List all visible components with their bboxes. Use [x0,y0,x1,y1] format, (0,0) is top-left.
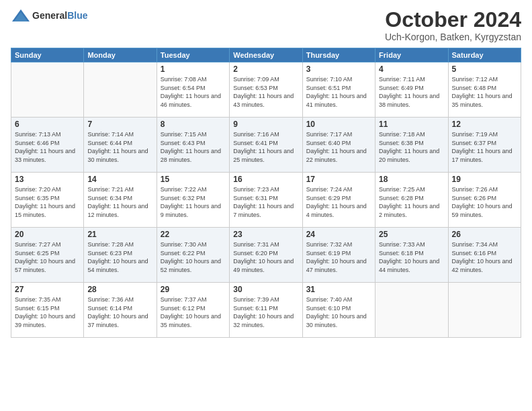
calendar-week-row: 13Sunrise: 7:20 AMSunset: 6:35 PMDayligh… [11,173,521,228]
table-row: 16Sunrise: 7:23 AMSunset: 6:31 PMDayligh… [230,173,302,228]
calendar: Sunday Monday Tuesday Wednesday Thursday… [11,48,521,338]
header-tuesday: Tuesday [157,48,229,62]
table-row: 11Sunrise: 7:18 AMSunset: 6:38 PMDayligh… [375,118,448,173]
day-info: Sunrise: 7:36 AMSunset: 6:14 PMDaylight:… [87,295,152,329]
day-number: 6 [15,120,80,129]
table-row [375,283,448,338]
table-row: 10Sunrise: 7:17 AMSunset: 6:40 PMDayligh… [302,118,375,173]
table-row [11,62,84,118]
table-row: 30Sunrise: 7:39 AMSunset: 6:11 PMDayligh… [230,283,302,338]
table-row [84,62,157,118]
day-number: 22 [161,230,226,239]
day-number: 16 [233,175,298,184]
day-info: Sunrise: 7:40 AMSunset: 6:10 PMDaylight:… [306,295,371,329]
header-saturday: Saturday [448,48,521,62]
table-row: 23Sunrise: 7:31 AMSunset: 6:20 PMDayligh… [230,228,302,283]
calendar-week-row: 1Sunrise: 7:08 AMSunset: 6:54 PMDaylight… [11,62,521,118]
day-info: Sunrise: 7:24 AMSunset: 6:29 PMDaylight:… [306,185,371,219]
day-info: Sunrise: 7:28 AMSunset: 6:23 PMDaylight:… [87,240,152,274]
table-row: 25Sunrise: 7:33 AMSunset: 6:18 PMDayligh… [375,228,448,283]
day-info: Sunrise: 7:39 AMSunset: 6:11 PMDaylight:… [233,295,298,329]
title-section: October 2024 Uch-Korgon, Batken, Kyrgyzs… [385,8,521,42]
day-info: Sunrise: 7:20 AMSunset: 6:35 PMDaylight:… [15,185,80,219]
day-info: Sunrise: 7:21 AMSunset: 6:34 PMDaylight:… [87,185,152,219]
calendar-week-row: 27Sunrise: 7:35 AMSunset: 6:15 PMDayligh… [11,283,521,338]
table-row: 17Sunrise: 7:24 AMSunset: 6:29 PMDayligh… [302,173,375,228]
day-number: 7 [87,120,152,129]
day-number: 2 [233,64,298,74]
day-info: Sunrise: 7:15 AMSunset: 6:43 PMDaylight:… [161,130,226,164]
day-number: 31 [306,285,371,294]
day-info: Sunrise: 7:30 AMSunset: 6:22 PMDaylight:… [161,240,226,274]
day-number: 10 [306,120,371,129]
table-row: 8Sunrise: 7:15 AMSunset: 6:43 PMDaylight… [157,118,229,173]
page: GeneralBlue October 2024 Uch-Korgon, Bat… [0,0,532,411]
day-number: 28 [87,285,152,294]
day-info: Sunrise: 7:16 AMSunset: 6:41 PMDaylight:… [233,130,298,164]
table-row: 6Sunrise: 7:13 AMSunset: 6:46 PMDaylight… [11,118,84,173]
table-row: 19Sunrise: 7:26 AMSunset: 6:26 PMDayligh… [448,173,521,228]
logo-general: General [32,10,67,21]
day-number: 5 [452,64,517,74]
day-info: Sunrise: 7:26 AMSunset: 6:26 PMDaylight:… [452,185,517,219]
table-row: 31Sunrise: 7:40 AMSunset: 6:10 PMDayligh… [302,283,375,338]
day-number: 3 [306,64,371,74]
table-row: 13Sunrise: 7:20 AMSunset: 6:35 PMDayligh… [11,173,84,228]
day-number: 19 [452,175,517,184]
day-number: 24 [306,230,371,239]
header-monday: Monday [84,48,157,62]
day-number: 29 [161,285,226,294]
table-row: 9Sunrise: 7:16 AMSunset: 6:41 PMDaylight… [230,118,302,173]
logo-blue: Blue [67,10,87,21]
day-number: 17 [306,175,371,184]
table-row: 14Sunrise: 7:21 AMSunset: 6:34 PMDayligh… [84,173,157,228]
day-info: Sunrise: 7:23 AMSunset: 6:31 PMDaylight:… [233,185,298,219]
day-number: 25 [379,230,444,239]
header-wednesday: Wednesday [230,48,302,62]
day-number: 21 [87,230,152,239]
day-number: 12 [452,120,517,129]
table-row: 28Sunrise: 7:36 AMSunset: 6:14 PMDayligh… [84,283,157,338]
day-info: Sunrise: 7:22 AMSunset: 6:32 PMDaylight:… [161,185,226,219]
table-row: 2Sunrise: 7:09 AMSunset: 6:53 PMDaylight… [230,62,302,118]
day-number: 1 [161,64,226,74]
day-info: Sunrise: 7:17 AMSunset: 6:40 PMDaylight:… [306,130,371,164]
table-row: 20Sunrise: 7:27 AMSunset: 6:25 PMDayligh… [11,228,84,283]
day-info: Sunrise: 7:37 AMSunset: 6:12 PMDaylight:… [161,295,226,329]
day-number: 18 [379,175,444,184]
day-number: 30 [233,285,298,294]
day-info: Sunrise: 7:25 AMSunset: 6:28 PMDaylight:… [379,185,444,219]
day-number: 23 [233,230,298,239]
table-row: 29Sunrise: 7:37 AMSunset: 6:12 PMDayligh… [157,283,229,338]
table-row: 1Sunrise: 7:08 AMSunset: 6:54 PMDaylight… [157,62,229,118]
day-number: 14 [87,175,152,184]
day-info: Sunrise: 7:27 AMSunset: 6:25 PMDaylight:… [15,240,80,274]
table-row: 15Sunrise: 7:22 AMSunset: 6:32 PMDayligh… [157,173,229,228]
calendar-week-row: 20Sunrise: 7:27 AMSunset: 6:25 PMDayligh… [11,228,521,283]
day-info: Sunrise: 7:34 AMSunset: 6:16 PMDaylight:… [452,240,517,274]
table-row: 12Sunrise: 7:19 AMSunset: 6:37 PMDayligh… [448,118,521,173]
month-title: October 2024 [385,8,521,32]
table-row: 22Sunrise: 7:30 AMSunset: 6:22 PMDayligh… [157,228,229,283]
table-row [448,283,521,338]
calendar-week-row: 6Sunrise: 7:13 AMSunset: 6:46 PMDaylight… [11,118,521,173]
table-row: 26Sunrise: 7:34 AMSunset: 6:16 PMDayligh… [448,228,521,283]
day-info: Sunrise: 7:31 AMSunset: 6:20 PMDaylight:… [233,240,298,274]
day-info: Sunrise: 7:33 AMSunset: 6:18 PMDaylight:… [379,240,444,274]
logo-icon [11,8,31,24]
table-row: 21Sunrise: 7:28 AMSunset: 6:23 PMDayligh… [84,228,157,283]
header-friday: Friday [375,48,448,62]
day-info: Sunrise: 7:19 AMSunset: 6:37 PMDaylight:… [452,130,517,164]
day-info: Sunrise: 7:13 AMSunset: 6:46 PMDaylight:… [15,130,80,164]
day-info: Sunrise: 7:35 AMSunset: 6:15 PMDaylight:… [15,295,80,329]
day-number: 11 [379,120,444,129]
table-row: 5Sunrise: 7:12 AMSunset: 6:48 PMDaylight… [448,62,521,118]
table-row: 4Sunrise: 7:11 AMSunset: 6:49 PMDaylight… [375,62,448,118]
day-number: 27 [15,285,80,294]
day-info: Sunrise: 7:09 AMSunset: 6:53 PMDaylight:… [233,75,298,109]
day-info: Sunrise: 7:08 AMSunset: 6:54 PMDaylight:… [161,75,226,109]
day-number: 8 [161,120,226,129]
table-row: 3Sunrise: 7:10 AMSunset: 6:51 PMDaylight… [302,62,375,118]
table-row: 27Sunrise: 7:35 AMSunset: 6:15 PMDayligh… [11,283,84,338]
header-thursday: Thursday [302,48,375,62]
